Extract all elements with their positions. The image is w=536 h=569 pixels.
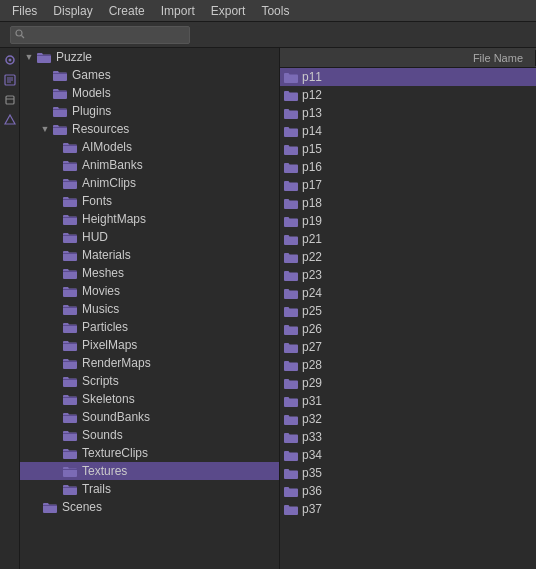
toggle-icon[interactable]: ▼ bbox=[40, 124, 50, 134]
file-item[interactable]: p23 bbox=[280, 266, 536, 284]
sidebar-icon-1[interactable] bbox=[2, 52, 18, 68]
menu-files[interactable]: Files bbox=[4, 2, 45, 20]
file-item[interactable]: p22 bbox=[280, 248, 536, 266]
svg-rect-8 bbox=[6, 96, 14, 104]
file-item[interactable]: p27 bbox=[280, 338, 536, 356]
tree-node-fonts[interactable]: Fonts bbox=[20, 192, 279, 210]
tree-label: Scenes bbox=[62, 500, 102, 514]
file-item[interactable]: p25 bbox=[280, 302, 536, 320]
tree-node-scripts[interactable]: Scripts bbox=[20, 372, 279, 390]
folder-icon bbox=[53, 88, 67, 99]
tree-node-scenes[interactable]: Scenes bbox=[20, 498, 279, 516]
svg-point-0 bbox=[16, 30, 22, 36]
tree-node-meshes[interactable]: Meshes bbox=[20, 264, 279, 282]
file-folder-icon bbox=[284, 504, 298, 515]
file-item[interactable]: p11 bbox=[280, 68, 536, 86]
sidebar-icon-4[interactable] bbox=[2, 112, 18, 128]
menu-import[interactable]: Import bbox=[153, 2, 203, 20]
folder-icon bbox=[63, 142, 77, 153]
file-folder-icon bbox=[284, 270, 298, 281]
file-item[interactable]: p26 bbox=[280, 320, 536, 338]
file-item[interactable]: p14 bbox=[280, 122, 536, 140]
file-item[interactable]: p19 bbox=[280, 212, 536, 230]
tree-node-materials[interactable]: Materials bbox=[20, 246, 279, 264]
file-item[interactable]: p16 bbox=[280, 158, 536, 176]
file-folder-icon bbox=[284, 486, 298, 497]
file-list: p11 p12 p13 p14 p15 p16 p17 p18 p19 p21 … bbox=[280, 68, 536, 518]
tree-label: Sounds bbox=[82, 428, 123, 442]
menu-display[interactable]: Display bbox=[45, 2, 100, 20]
file-item[interactable]: p37 bbox=[280, 500, 536, 518]
folder-icon bbox=[63, 484, 77, 495]
tree-node-models[interactable]: Models bbox=[20, 84, 279, 102]
tree-node-animbanks[interactable]: AnimBanks bbox=[20, 156, 279, 174]
tree-node-sounds[interactable]: Sounds bbox=[20, 426, 279, 444]
tree-node-textureclips[interactable]: TextureClips bbox=[20, 444, 279, 462]
tree-node-aimodels[interactable]: AIModels bbox=[20, 138, 279, 156]
file-name-label: p27 bbox=[302, 340, 322, 354]
tree-node-soundbanks[interactable]: SoundBanks bbox=[20, 408, 279, 426]
file-item[interactable]: p24 bbox=[280, 284, 536, 302]
file-item[interactable]: p15 bbox=[280, 140, 536, 158]
folder-icon bbox=[63, 268, 77, 279]
file-folder-icon bbox=[284, 378, 298, 389]
tree-node-trails[interactable]: Trails bbox=[20, 480, 279, 498]
folder-icon bbox=[53, 124, 67, 135]
file-item[interactable]: p12 bbox=[280, 86, 536, 104]
folder-icon bbox=[63, 358, 77, 369]
tree-node-skeletons[interactable]: Skeletons bbox=[20, 390, 279, 408]
tree-label: Plugins bbox=[72, 104, 111, 118]
search-bar[interactable] bbox=[10, 26, 190, 44]
file-folder-icon bbox=[284, 360, 298, 371]
file-item[interactable]: p17 bbox=[280, 176, 536, 194]
tree-node-puzzle[interactable]: ▼ Puzzle bbox=[20, 48, 279, 66]
tree-node-animclips[interactable]: AnimClips bbox=[20, 174, 279, 192]
file-item[interactable]: p36 bbox=[280, 482, 536, 500]
tree-label: Meshes bbox=[82, 266, 124, 280]
folder-icon bbox=[63, 286, 77, 297]
file-folder-icon bbox=[284, 72, 298, 83]
file-panel-header: File Name bbox=[280, 48, 536, 68]
file-item[interactable]: p28 bbox=[280, 356, 536, 374]
tree-node-textures[interactable]: Textures bbox=[20, 462, 279, 480]
folder-icon bbox=[53, 70, 67, 81]
file-folder-icon bbox=[284, 198, 298, 209]
sidebar-icon-3[interactable] bbox=[2, 92, 18, 108]
file-item[interactable]: p32 bbox=[280, 410, 536, 428]
file-item[interactable]: p21 bbox=[280, 230, 536, 248]
puzzle-label: Puzzle bbox=[56, 50, 92, 64]
file-item[interactable]: p29 bbox=[280, 374, 536, 392]
search-input[interactable] bbox=[28, 29, 168, 41]
tree-label: Musics bbox=[82, 302, 119, 316]
tree-node-hud[interactable]: HUD bbox=[20, 228, 279, 246]
tree-node-games[interactable]: Games bbox=[20, 66, 279, 84]
menu-tools[interactable]: Tools bbox=[253, 2, 297, 20]
file-item[interactable]: p34 bbox=[280, 446, 536, 464]
tree-label: AnimBanks bbox=[82, 158, 143, 172]
tree-label: HUD bbox=[82, 230, 108, 244]
tree-node-rendermaps[interactable]: RenderMaps bbox=[20, 354, 279, 372]
tree-node-particles[interactable]: Particles bbox=[20, 318, 279, 336]
puzzle-toggle-icon[interactable]: ▼ bbox=[24, 52, 34, 62]
tree-node-movies[interactable]: Movies bbox=[20, 282, 279, 300]
file-item[interactable]: p18 bbox=[280, 194, 536, 212]
tree-node-pixelmaps[interactable]: PixelMaps bbox=[20, 336, 279, 354]
sidebar-icon-2[interactable] bbox=[2, 72, 18, 88]
tree-node-plugins[interactable]: Plugins bbox=[20, 102, 279, 120]
file-item[interactable]: p33 bbox=[280, 428, 536, 446]
file-item[interactable]: p35 bbox=[280, 464, 536, 482]
tree-node-heightmaps[interactable]: HeightMaps bbox=[20, 210, 279, 228]
tree-label: SoundBanks bbox=[82, 410, 150, 424]
tree-node-musics[interactable]: Musics bbox=[20, 300, 279, 318]
file-name-label: p18 bbox=[302, 196, 322, 210]
file-folder-icon bbox=[284, 468, 298, 479]
tree-node-resources[interactable]: ▼ Resources bbox=[20, 120, 279, 138]
file-name-label: p24 bbox=[302, 286, 322, 300]
folder-icon bbox=[63, 466, 77, 477]
menu-export[interactable]: Export bbox=[203, 2, 254, 20]
file-folder-icon bbox=[284, 108, 298, 119]
file-item[interactable]: p31 bbox=[280, 392, 536, 410]
file-item[interactable]: p13 bbox=[280, 104, 536, 122]
menu-create[interactable]: Create bbox=[101, 2, 153, 20]
folder-icon bbox=[43, 502, 57, 513]
